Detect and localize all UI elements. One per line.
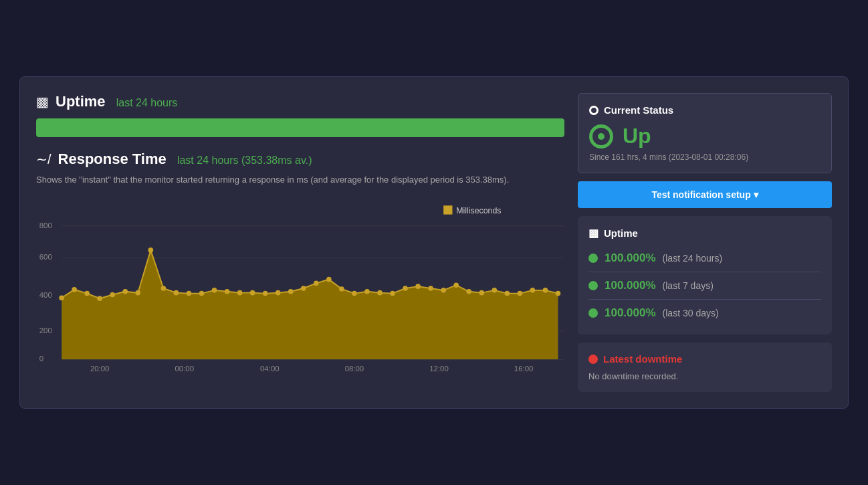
notification-button-label: Test notification setup ▾ — [651, 189, 758, 200]
svg-point-9 — [97, 296, 102, 301]
svg-point-8 — [84, 290, 90, 296]
svg-point-12 — [135, 290, 140, 295]
status-up-icon — [589, 124, 613, 149]
status-since-text: Since 161 hrs, 4 mins (2023-08-01 00:28:… — [589, 153, 821, 162]
downtime-red-dot — [588, 355, 598, 364]
uptime-period-24h: (last 24 hours) — [663, 253, 722, 264]
uptime-dot-30d — [588, 308, 598, 318]
svg-point-42 — [518, 290, 523, 296]
uptime-row-30d: 100.000% (last 30 days) — [588, 302, 821, 324]
status-up-row: Up — [589, 124, 821, 149]
svg-point-31 — [377, 290, 383, 295]
svg-point-14 — [161, 286, 167, 291]
current-status-header: Current Status — [589, 104, 821, 116]
svg-point-39 — [479, 290, 484, 295]
svg-point-11 — [122, 288, 128, 294]
svg-point-17 — [199, 290, 205, 296]
svg-point-6 — [59, 295, 64, 300]
uptime-title: Uptime last 24 hours — [56, 93, 177, 110]
uptime-dot-7d — [588, 281, 598, 290]
response-chart: Milliseconds 800 600 400 200 0 — [36, 195, 564, 382]
svg-point-32 — [390, 290, 395, 296]
svg-point-15 — [174, 290, 179, 295]
downtime-message: No downtime recorded. — [588, 371, 821, 381]
svg-point-27 — [326, 276, 332, 282]
response-description: Shows the "instant" that the monitor sta… — [36, 173, 564, 187]
current-status-card: Current Status Up Since 161 hrs, 4 mins … — [578, 93, 832, 173]
bar-chart-icon: ▩ — [36, 94, 49, 110]
svg-point-33 — [403, 286, 408, 291]
response-subtitle: last 24 hours (353.38ms av.) — [177, 155, 312, 166]
svg-point-41 — [505, 290, 510, 296]
x-label-0400: 04:00 — [260, 364, 280, 372]
uptime-pct-24h: 100.000% — [605, 252, 656, 265]
current-status-title: Current Status — [604, 104, 673, 116]
svg-point-25 — [301, 286, 306, 291]
x-label-0800: 08:00 — [345, 364, 364, 372]
response-header: ∼/ Response Time last 24 hours (353.38ms… — [36, 151, 564, 168]
svg-point-35 — [428, 286, 433, 291]
uptime-right-title: Uptime — [604, 227, 638, 239]
status-up-text: Up — [623, 124, 651, 149]
svg-point-19 — [225, 288, 230, 294]
uptime-period-7d: (last 7 days) — [663, 280, 714, 291]
y-label-200: 200 — [39, 326, 52, 334]
dashboard: ▩ Uptime last 24 hours ∼/ Response Time … — [19, 76, 849, 409]
x-label-1200: 12:00 — [429, 364, 449, 372]
svg-point-43 — [530, 288, 536, 293]
svg-point-18 — [212, 288, 217, 293]
uptime-bar-container — [36, 118, 564, 137]
y-label-800: 800 — [39, 221, 52, 229]
svg-point-37 — [453, 282, 459, 288]
svg-point-22 — [263, 290, 268, 296]
svg-point-23 — [276, 290, 281, 295]
svg-point-45 — [556, 290, 561, 296]
uptime-bar-icon: ▩ — [588, 227, 599, 239]
uptime-row-7d: 100.000% (last 7 days) — [588, 275, 821, 296]
svg-point-29 — [352, 290, 357, 296]
svg-point-16 — [187, 290, 192, 296]
svg-point-28 — [339, 286, 344, 292]
uptime-pct-7d: 100.000% — [605, 279, 656, 292]
svg-point-30 — [364, 288, 370, 294]
svg-point-21 — [250, 290, 255, 295]
y-label-0: 0 — [39, 355, 43, 363]
response-time-section: ∼/ Response Time last 24 hours (353.38ms… — [36, 151, 564, 382]
svg-point-34 — [415, 284, 421, 289]
svg-point-44 — [543, 288, 548, 293]
svg-point-10 — [110, 292, 115, 297]
svg-point-26 — [314, 280, 319, 286]
uptime-section: ▩ Uptime last 24 hours — [36, 93, 564, 137]
svg-point-7 — [72, 287, 77, 292]
notification-setup-button[interactable]: Test notification setup ▾ — [578, 181, 832, 208]
uptime-bar-fill — [36, 118, 564, 137]
svg-point-24 — [288, 288, 294, 294]
chart-svg: Milliseconds 800 600 400 200 0 — [36, 195, 564, 382]
uptime-period-30d: (last 30 days) — [663, 308, 719, 318]
x-label-1600: 16:00 — [514, 364, 534, 372]
svg-point-20 — [237, 290, 243, 295]
latest-downtime-card: Latest downtime No downtime recorded. — [578, 343, 832, 392]
legend-label: Milliseconds — [456, 205, 501, 215]
left-column: ▩ Uptime last 24 hours ∼/ Response Time … — [36, 93, 564, 392]
chart-fill — [62, 250, 558, 359]
uptime-header: ▩ Uptime last 24 hours — [36, 93, 564, 110]
status-outline-icon — [589, 106, 599, 115]
uptime-row-24h: 100.000% (last 24 hours) — [588, 248, 821, 269]
uptime-pct-30d: 100.000% — [605, 306, 656, 320]
legend-color — [443, 205, 452, 214]
downtime-header: Latest downtime — [588, 353, 821, 365]
right-column: Current Status Up Since 161 hrs, 4 mins … — [578, 93, 832, 392]
x-label-0000: 00:00 — [175, 364, 194, 372]
response-icon: ∼/ — [36, 151, 51, 167]
svg-point-36 — [441, 288, 446, 293]
svg-point-13 — [148, 248, 154, 253]
response-title: Response Time last 24 hours (353.38ms av… — [58, 151, 312, 168]
uptime-dot-24h — [588, 254, 598, 263]
uptime-right-header: ▩ Uptime — [588, 227, 821, 239]
y-label-600: 600 — [39, 253, 52, 261]
uptime-subtitle: last 24 hours — [116, 97, 178, 108]
uptime-title-text: Uptime — [56, 93, 106, 110]
response-title-text: Response Time — [58, 151, 167, 167]
svg-point-38 — [466, 288, 471, 294]
